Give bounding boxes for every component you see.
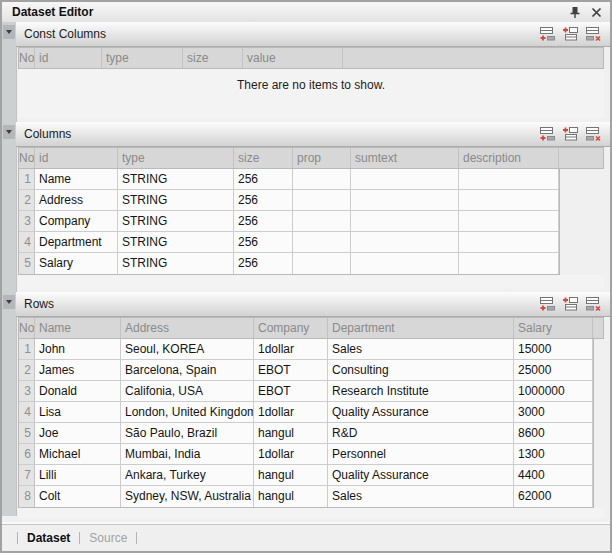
data-cell[interactable]: 1300	[514, 444, 593, 464]
data-cell[interactable]: Research Institute	[328, 381, 514, 401]
add-row-icon[interactable]	[539, 26, 556, 42]
data-cell[interactable]: Mumbai, India	[121, 444, 254, 464]
data-cell[interactable]: Michael	[35, 444, 121, 464]
data-cell[interactable]: STRING	[118, 211, 234, 231]
data-cell[interactable]: hangul	[254, 423, 328, 443]
column-header-no[interactable]: No	[19, 48, 35, 68]
data-cell[interactable]: John	[35, 339, 121, 359]
data-cell[interactable]: Quality Assurance	[328, 465, 514, 485]
data-cell[interactable]	[351, 232, 459, 252]
row-number-cell[interactable]: 4	[19, 232, 35, 252]
delete-row-icon[interactable]	[585, 126, 602, 142]
row-number-cell[interactable]: 4	[19, 402, 35, 422]
data-cell[interactable]: Company	[35, 211, 118, 231]
row-number-cell[interactable]: 1	[19, 339, 35, 359]
column-header-address[interactable]: Address	[121, 318, 254, 338]
column-header-description[interactable]: description	[459, 148, 559, 168]
row-number-cell[interactable]: 7	[19, 465, 35, 485]
data-cell[interactable]: Seoul, KOREA	[121, 339, 254, 359]
column-header-no[interactable]: No	[19, 148, 35, 168]
data-cell[interactable]: Salary	[35, 253, 118, 274]
data-cell[interactable]	[293, 232, 351, 252]
collapse-arrow-columns[interactable]	[3, 125, 15, 139]
data-cell[interactable]: Department	[35, 232, 118, 252]
delete-row-icon[interactable]	[585, 296, 602, 312]
data-cell[interactable]: EBOT	[254, 381, 328, 401]
data-cell[interactable]: STRING	[118, 253, 234, 274]
data-cell[interactable]	[459, 211, 559, 231]
data-cell[interactable]	[293, 211, 351, 231]
data-cell[interactable]: Address	[35, 190, 118, 210]
column-header-sumtext[interactable]: sumtext	[351, 148, 459, 168]
data-cell[interactable]: 256	[234, 190, 293, 210]
data-cell[interactable]: 1dollar	[254, 444, 328, 464]
data-cell[interactable]: hangul	[254, 486, 328, 507]
data-cell[interactable]	[351, 190, 459, 210]
column-header-no[interactable]: No	[19, 318, 35, 338]
column-header-value[interactable]: value	[243, 48, 343, 68]
data-cell[interactable]: James	[35, 360, 121, 380]
row-number-cell[interactable]: 5	[19, 253, 35, 274]
data-cell[interactable]: 256	[234, 211, 293, 231]
row-number-cell[interactable]: 6	[19, 444, 35, 464]
data-cell[interactable]	[459, 232, 559, 252]
data-cell[interactable]	[293, 190, 351, 210]
close-icon[interactable]	[589, 5, 603, 19]
data-cell[interactable]: 1dollar	[254, 339, 328, 359]
row-number-cell[interactable]: 8	[19, 486, 35, 507]
data-cell[interactable]: EBOT	[254, 360, 328, 380]
data-cell[interactable]: 3000	[514, 402, 593, 422]
data-cell[interactable]	[459, 169, 559, 189]
add-row-icon[interactable]	[539, 126, 556, 142]
data-cell[interactable]: R&D	[328, 423, 514, 443]
data-cell[interactable]: 256	[234, 253, 293, 274]
collapse-arrow-const-columns[interactable]	[3, 25, 15, 39]
column-header-name[interactable]: Name	[35, 318, 121, 338]
column-header-id[interactable]: id	[35, 48, 102, 68]
insert-row-icon[interactable]	[562, 126, 579, 142]
row-number-cell[interactable]: 1	[19, 169, 35, 189]
data-cell[interactable]: Sydney, NSW, Australia	[121, 486, 254, 507]
row-number-cell[interactable]: 2	[19, 360, 35, 380]
data-cell[interactable]: STRING	[118, 169, 234, 189]
data-cell[interactable]: Quality Assurance	[328, 402, 514, 422]
row-number-cell[interactable]: 5	[19, 423, 35, 443]
data-cell[interactable]	[293, 169, 351, 189]
data-cell[interactable]	[351, 211, 459, 231]
data-cell[interactable]: Sales	[328, 486, 514, 507]
data-cell[interactable]: Personnel	[328, 444, 514, 464]
data-cell[interactable]: Barcelona, Spain	[121, 360, 254, 380]
data-cell[interactable]: Lisa	[35, 402, 121, 422]
tab-dataset[interactable]: Dataset	[27, 531, 70, 545]
data-cell[interactable]	[351, 253, 459, 274]
data-cell[interactable]: 256	[234, 232, 293, 252]
data-cell[interactable]: STRING	[118, 190, 234, 210]
data-cell[interactable]	[459, 253, 559, 274]
data-cell[interactable]: 62000	[514, 486, 593, 507]
column-header-type[interactable]: type	[118, 148, 234, 168]
data-cell[interactable]: 25000	[514, 360, 593, 380]
data-cell[interactable]: Lilli	[35, 465, 121, 485]
column-header-company[interactable]: Company	[254, 318, 328, 338]
data-cell[interactable]: Sales	[328, 339, 514, 359]
column-header-prop[interactable]: prop	[293, 148, 351, 168]
column-header-id[interactable]: id	[35, 148, 118, 168]
data-cell[interactable]: London, United Kingdom	[121, 402, 254, 422]
data-cell[interactable]: Califonia, USA	[121, 381, 254, 401]
data-cell[interactable]: Name	[35, 169, 118, 189]
row-number-cell[interactable]: 2	[19, 190, 35, 210]
data-cell[interactable]	[351, 169, 459, 189]
column-header-size[interactable]: size	[234, 148, 293, 168]
data-cell[interactable]	[293, 253, 351, 274]
data-cell[interactable]: 15000	[514, 339, 593, 359]
column-header-size[interactable]: size	[183, 48, 243, 68]
insert-row-icon[interactable]	[562, 296, 579, 312]
data-cell[interactable]: 1000000	[514, 381, 593, 401]
pin-icon[interactable]	[568, 5, 582, 19]
data-cell[interactable]: STRING	[118, 232, 234, 252]
column-header-department[interactable]: Department	[328, 318, 514, 338]
column-header-type[interactable]: type	[102, 48, 183, 68]
data-cell[interactable]: Donald	[35, 381, 121, 401]
data-cell[interactable]: 8600	[514, 423, 593, 443]
row-number-cell[interactable]: 3	[19, 211, 35, 231]
